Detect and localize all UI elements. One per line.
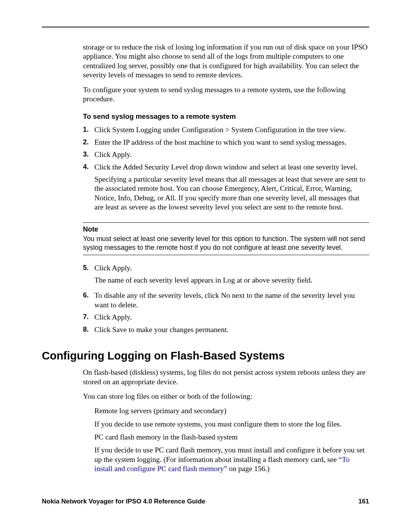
bullet-list: Remote log servers (primary and secondar…	[94, 406, 369, 473]
bullet-2-pre: If you decide to use PC card flash memor…	[94, 446, 365, 463]
step-4: 4. Click the Added Security Level drop d…	[83, 163, 369, 215]
step-2: 2. Enter the IP address of the host mach…	[83, 138, 369, 147]
bullet-1-line-2: If you decide to use remote systems, you…	[94, 420, 369, 429]
step-text-extra: Specifying a particular severity level m…	[94, 175, 369, 212]
step-number: 1.	[83, 125, 94, 134]
step-number: 6.	[83, 291, 94, 310]
step-text: Enter the IP address of the host machine…	[94, 138, 369, 147]
step-text: Click the Added Security Level drop down…	[94, 163, 369, 215]
step-number: 7.	[83, 313, 94, 322]
body-column: storage or to reduce the risk of losing …	[83, 43, 369, 334]
step-6: 6. To disable any of the severity levels…	[83, 291, 369, 310]
note-body: You must select at least one severity le…	[83, 235, 369, 252]
step-number: 3.	[83, 150, 94, 159]
bullet-2-line-2: If you decide to use PC card flash memor…	[94, 446, 369, 473]
note-box: Note You must select at least one severi…	[83, 222, 369, 255]
step-text: To disable any of the severity levels, c…	[94, 291, 369, 310]
step-number: 5.	[83, 264, 94, 288]
bullet-2-post: on page 156.)	[227, 465, 270, 473]
page-footer: Nokia Network Voyager for IPSO 4.0 Refer…	[42, 497, 369, 505]
note-top-rule	[83, 222, 369, 223]
step-text: Click Save to make your changes permanen…	[94, 325, 369, 334]
top-rule	[42, 27, 369, 27]
step-1: 1. Click System Logging under Configurat…	[83, 125, 369, 134]
step-text: Click Apply.	[94, 150, 369, 159]
footer-page-number: 161	[358, 497, 369, 505]
step-text-main: Click the Added Security Level drop down…	[94, 163, 358, 171]
procedure-steps-2: 5. Click Apply. The name of each severit…	[83, 264, 369, 334]
step-8: 8. Click Save to make your changes perma…	[83, 325, 369, 334]
step-5: 5. Click Apply. The name of each severit…	[83, 264, 369, 288]
section2-para-1: On flash-based (diskless) systems, log f…	[83, 368, 369, 387]
footer-title: Nokia Network Voyager for IPSO 4.0 Refer…	[42, 497, 206, 505]
step-3: 3. Click Apply.	[83, 150, 369, 159]
step-text-main: Click Apply.	[94, 264, 132, 272]
intro-para-2: To configure your system to send syslog …	[83, 85, 369, 104]
section-heading-flash: Configuring Logging on Flash-Based Syste…	[42, 349, 369, 363]
step-number: 8.	[83, 325, 94, 334]
intro-para-1: storage or to reduce the risk of losing …	[83, 43, 369, 80]
step-text-extra: The name of each severity level appears …	[94, 276, 369, 285]
procedure-steps-1: 1. Click System Logging under Configurat…	[83, 125, 369, 215]
page: storage or to reduce the risk of losing …	[0, 0, 411, 532]
note-title: Note	[83, 225, 369, 234]
note-bottom-rule	[83, 255, 369, 255]
step-number: 4.	[83, 163, 94, 215]
section2-body: On flash-based (diskless) systems, log f…	[83, 368, 369, 473]
section2-para-2: You can store log files on either or bot…	[83, 392, 369, 401]
procedure-heading: To send syslog messages to a remote syst…	[83, 112, 369, 121]
step-text: Click Apply. The name of each severity l…	[94, 264, 369, 288]
step-text: Click Apply.	[94, 313, 369, 322]
step-number: 2.	[83, 138, 94, 147]
bullet-2-line-1: PC card flash memory in the flash-based …	[94, 433, 369, 442]
step-text: Click System Logging under Configuration…	[94, 125, 369, 134]
step-7: 7. Click Apply.	[83, 313, 369, 322]
bullet-1-line-1: Remote log servers (primary and secondar…	[94, 406, 369, 415]
